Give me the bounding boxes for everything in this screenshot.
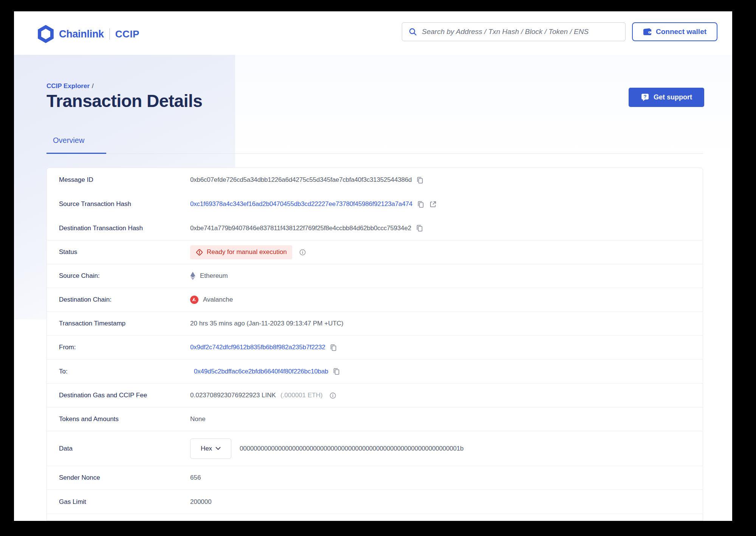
copy-icon[interactable] <box>416 224 423 232</box>
row-label: Tokens and Amounts <box>59 415 190 423</box>
row-label: Status <box>59 248 190 256</box>
diamond-exclamation-icon <box>195 248 203 256</box>
table-row-status: Status Ready for manual execution <box>47 240 703 264</box>
tokens-value: None <box>190 415 206 423</box>
source-chain-name: Ethereum <box>200 272 228 280</box>
breadcrumb[interactable]: CCIP Explorer/ <box>46 82 94 90</box>
chainlink-hexagon-icon <box>38 25 54 43</box>
external-link-icon[interactable] <box>429 200 437 208</box>
source-tx-hash-link[interactable]: 0xc1f69378a4c343ef16ad2b0470455db3cd2222… <box>190 200 412 208</box>
data-format-dropdown[interactable]: Hex <box>190 438 231 459</box>
table-row-tokens: Tokens and Amounts None <box>47 407 703 431</box>
table-row-message-id: Message ID 0xb6c07efde726cd5a34dbb1226a6… <box>47 168 703 192</box>
brand-product: CCIP <box>115 28 139 40</box>
wallet-icon <box>643 28 652 36</box>
table-row-data: Data Hex 0000000000000000000000000000000… <box>47 431 703 466</box>
destination-tx-hash-value: 0xbe741a779b9407846e837811f438122f769f25… <box>190 225 411 232</box>
gas-limit-value: 200000 <box>190 498 212 506</box>
table-row-sender-nonce: Sender Nonce 656 <box>47 466 703 490</box>
copy-icon[interactable] <box>330 344 337 352</box>
from-address-link[interactable]: 0x9df2c742dfcf9612b835fb6b8f982a235b7f22… <box>190 344 325 351</box>
to-address-link[interactable]: 0x49d5c2bdffac6ce2bfdb6640f4f80f226bc10b… <box>194 368 328 375</box>
question-chat-icon: ? <box>641 93 649 102</box>
row-label: Transaction Timestamp <box>59 320 190 327</box>
tab-rule <box>46 153 703 154</box>
table-row-destination-chain: Destination Chain: Avalanche <box>47 288 703 312</box>
fee-value-eth: (.000001 ETH) <box>280 392 323 399</box>
chevron-down-icon <box>215 447 221 450</box>
transaction-details-card: Message ID 0xb6c07efde726cd5a34dbb1226a6… <box>46 167 703 521</box>
row-label: Data <box>59 445 190 452</box>
table-row-to: To: 0x49d5c2bdffac6ce2bfdb6640f4f80f226b… <box>47 359 703 384</box>
row-label: To: <box>59 368 190 375</box>
svg-text:?: ? <box>644 94 647 99</box>
tab-overview[interactable]: Overview <box>53 136 84 145</box>
breadcrumb-link[interactable]: CCIP Explorer <box>46 82 90 90</box>
table-row-source-chain: Source Chain: Ethereum <box>47 264 703 288</box>
timestamp-value: 20 hrs 35 mins ago (Jan-11-2023 09:13:47… <box>190 320 344 327</box>
row-label: From: <box>59 344 190 351</box>
table-row-fee: Destination Gas and CCIP Fee 0.023708923… <box>47 384 703 407</box>
status-text: Ready for manual execution <box>207 248 287 256</box>
search-bar[interactable] <box>402 22 626 41</box>
ethereum-icon <box>190 272 195 280</box>
row-label: Source Transaction Hash <box>59 200 190 208</box>
fee-value: 0.023708923076922923 LINK <box>190 392 276 399</box>
copy-icon[interactable] <box>333 367 340 375</box>
get-support-button[interactable]: ? Get support <box>629 88 704 107</box>
copy-icon[interactable] <box>416 176 424 184</box>
table-row-timestamp: Transaction Timestamp 20 hrs 35 mins ago… <box>47 312 703 336</box>
connect-wallet-label: Connect wallet <box>656 28 706 36</box>
row-label: Gas Limit <box>59 498 190 506</box>
data-format-value: Hex <box>201 445 212 452</box>
connect-wallet-button[interactable]: Connect wallet <box>632 22 717 41</box>
row-label: Sender Nonce <box>59 474 190 482</box>
info-icon[interactable] <box>299 249 306 256</box>
table-row-destination-tx-hash: Destination Transaction Hash 0xbe741a779… <box>47 216 703 240</box>
status-badge: Ready for manual execution <box>190 245 292 259</box>
brand-logo[interactable]: Chainlink CCIP <box>38 25 139 43</box>
top-navbar: Chainlink CCIP Connect <box>14 11 732 55</box>
info-icon[interactable] <box>329 392 336 399</box>
breadcrumb-separator: / <box>92 82 94 90</box>
page-title: Transaction Details <box>46 91 202 111</box>
sender-nonce-value: 656 <box>190 474 201 482</box>
destination-chain-name: Avalanche <box>203 296 233 304</box>
search-input[interactable] <box>422 28 619 36</box>
table-row-partial <box>47 514 703 521</box>
get-support-label: Get support <box>654 93 692 101</box>
search-icon <box>408 27 417 36</box>
copy-icon[interactable] <box>417 200 424 208</box>
brand-divider <box>109 28 110 40</box>
message-id-value: 0xb6c07efde726cd5a34dbb1226a6d4275c55d34… <box>190 176 412 184</box>
hero-background-fade <box>235 55 732 168</box>
row-label: Destination Transaction Hash <box>59 225 190 232</box>
table-row-source-tx-hash: Source Transaction Hash 0xc1f69378a4c343… <box>47 192 703 216</box>
row-label: Message ID <box>59 176 190 184</box>
row-label: Destination Gas and CCIP Fee <box>59 392 190 399</box>
tab-active-indicator <box>46 153 106 154</box>
row-label: Destination Chain: <box>59 296 190 304</box>
table-row-from: From: 0x9df2c742dfcf9612b835fb6b8f982a23… <box>47 336 703 359</box>
app-window: Chainlink CCIP Connect <box>14 11 732 521</box>
row-label: Source Chain: <box>59 272 190 280</box>
data-hex-value: 0000000000000000000000000000000000000000… <box>240 445 463 452</box>
avalanche-icon <box>190 296 198 304</box>
brand-name: Chainlink <box>59 28 104 40</box>
table-row-gas-limit: Gas Limit 200000 <box>47 490 703 514</box>
